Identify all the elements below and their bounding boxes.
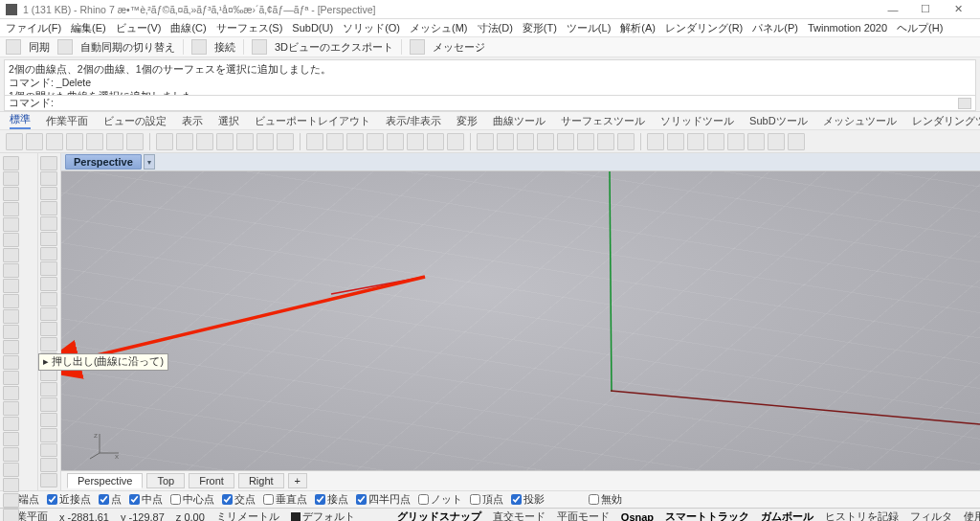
- grid-snap-toggle[interactable]: グリッドスナップ: [397, 510, 481, 521]
- toolbar-button[interactable]: [557, 133, 574, 150]
- toolbar-button[interactable]: [517, 133, 534, 150]
- viewport-tab[interactable]: Perspective: [67, 473, 143, 488]
- tool-button[interactable]: [3, 386, 19, 400]
- toolbar-button[interactable]: [306, 133, 323, 150]
- toolbar-button[interactable]: [86, 133, 103, 150]
- auto-sync-label[interactable]: 自動同期の切り替え: [80, 40, 175, 55]
- toolbar-tab[interactable]: 標準: [10, 112, 31, 129]
- osnap-checkbox[interactable]: [129, 494, 140, 505]
- toolbar-button[interactable]: [577, 133, 594, 150]
- tool-button[interactable]: [3, 340, 19, 354]
- toolbar-tab[interactable]: 選択: [218, 114, 239, 128]
- tool-button[interactable]: [3, 187, 19, 201]
- toolbar-button[interactable]: [26, 133, 43, 150]
- maximize-button[interactable]: ☐: [909, 3, 942, 15]
- tool-button[interactable]: [3, 248, 19, 262]
- toolbar-button[interactable]: [747, 133, 765, 150]
- planar-toggle[interactable]: 平面モード: [557, 510, 610, 521]
- toolbar-button[interactable]: [537, 133, 554, 150]
- toolbar-tab[interactable]: SubDツール: [749, 114, 808, 128]
- toolbar-button[interactable]: [667, 133, 684, 150]
- osnap-disable[interactable]: 無効: [589, 492, 622, 507]
- toolbar-button[interactable]: [768, 133, 785, 150]
- tool-button[interactable]: [3, 447, 19, 462]
- tool-button[interactable]: [3, 463, 19, 477]
- osnap-option[interactable]: 接点: [315, 492, 348, 507]
- message-label[interactable]: メッセージ: [433, 40, 485, 55]
- sync-label[interactable]: 同期: [29, 40, 50, 55]
- tool-button[interactable]: [3, 294, 19, 308]
- connect-icon[interactable]: [191, 39, 207, 55]
- toolbar-button[interactable]: [277, 133, 294, 150]
- tool-button[interactable]: [40, 428, 57, 442]
- menu-item[interactable]: ファイル(F): [6, 21, 61, 35]
- osnap-option[interactable]: 四半円点: [356, 492, 411, 507]
- menu-item[interactable]: レンダリング(R): [665, 21, 743, 35]
- toolbar-tab[interactable]: サーフェスツール: [561, 114, 645, 128]
- osnap-option[interactable]: 点: [99, 492, 122, 507]
- tool-button[interactable]: [40, 473, 57, 487]
- osnap-option[interactable]: 垂直点: [263, 492, 307, 507]
- tool-button[interactable]: [40, 171, 57, 186]
- command-line[interactable]: コマンド:: [4, 96, 976, 111]
- osnap-checkbox[interactable]: [47, 494, 57, 505]
- menu-item[interactable]: 解析(A): [620, 21, 656, 35]
- tool-button[interactable]: [3, 432, 19, 446]
- tool-button[interactable]: [40, 413, 57, 427]
- toolbar-button[interactable]: [46, 133, 63, 150]
- osnap-checkbox[interactable]: [315, 494, 325, 505]
- viewport-tab[interactable]: Front: [189, 473, 234, 488]
- tool-button[interactable]: [3, 325, 19, 339]
- toolbar-tab[interactable]: 変形: [457, 114, 478, 128]
- viewport-tab[interactable]: Top: [146, 473, 185, 488]
- tool-button[interactable]: [40, 397, 57, 412]
- osnap-option[interactable]: 中心点: [170, 492, 214, 507]
- osnap-checkbox[interactable]: [470, 494, 480, 505]
- tool-button[interactable]: [3, 233, 19, 247]
- toolbar-button[interactable]: [106, 133, 123, 150]
- menu-item[interactable]: パネル(P): [752, 21, 798, 35]
- tool-button[interactable]: [3, 217, 19, 232]
- command-scroll[interactable]: [958, 98, 971, 109]
- export3d-icon[interactable]: [252, 39, 267, 55]
- sync-icon[interactable]: [6, 39, 21, 55]
- menu-item[interactable]: ソリッド(O): [343, 21, 400, 35]
- osnap-checkbox[interactable]: [99, 494, 109, 505]
- tool-button[interactable]: [3, 371, 19, 385]
- menu-item[interactable]: ヘルプ(H): [897, 21, 943, 35]
- menu-item[interactable]: ビュー(V): [116, 21, 162, 35]
- toolbar-button[interactable]: [707, 133, 724, 150]
- tool-button[interactable]: [40, 277, 57, 291]
- toolbar-button[interactable]: [788, 133, 805, 150]
- menu-item[interactable]: 変形(T): [523, 21, 557, 35]
- osnap-checkbox[interactable]: [511, 494, 522, 505]
- tool-button[interactable]: [3, 493, 19, 508]
- menu-item[interactable]: 編集(E): [71, 21, 106, 35]
- add-viewport-tab[interactable]: +: [288, 473, 307, 488]
- toolbar-button[interactable]: [236, 133, 254, 150]
- osnap-option[interactable]: ノット: [418, 492, 462, 507]
- toolbar-button[interactable]: [597, 133, 614, 150]
- connect-label[interactable]: 接続: [214, 40, 235, 55]
- toolbar-button[interactable]: [427, 133, 444, 150]
- tool-button[interactable]: [40, 292, 57, 306]
- toolbar-tab[interactable]: ソリッドツール: [660, 114, 734, 128]
- menu-item[interactable]: SubD(U): [292, 22, 333, 34]
- toolbar-button[interactable]: [647, 133, 664, 150]
- toolbar-button[interactable]: [617, 133, 635, 150]
- toolbar-button[interactable]: [447, 133, 464, 150]
- minimize-button[interactable]: —: [877, 4, 909, 15]
- units[interactable]: ミリメートル: [216, 510, 279, 521]
- osnap-checkbox[interactable]: [418, 494, 429, 505]
- ortho-toggle[interactable]: 直交モード: [493, 510, 546, 521]
- toolbar-button[interactable]: [6, 133, 23, 150]
- osnap-option[interactable]: 近接点: [47, 492, 91, 507]
- gumball-toggle[interactable]: ガムボール: [761, 510, 813, 521]
- toolbar-tab[interactable]: レンダリングツール: [912, 114, 980, 128]
- osnap-option[interactable]: 頂点: [470, 492, 503, 507]
- tool-button[interactable]: [3, 279, 19, 293]
- tool-button[interactable]: [40, 156, 57, 170]
- perspective-viewport[interactable]: x z: [61, 171, 980, 470]
- toolbar-button[interactable]: [216, 133, 234, 150]
- tool-button[interactable]: [3, 309, 19, 324]
